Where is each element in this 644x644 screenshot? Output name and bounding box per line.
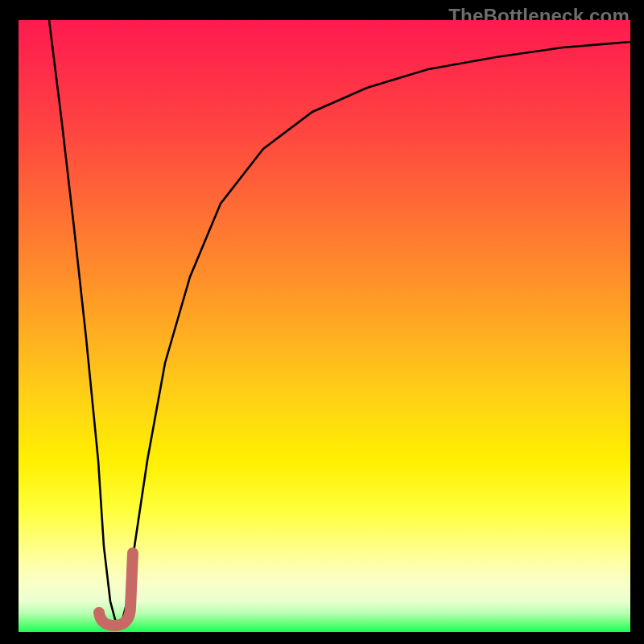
optimal-marker-j-icon — [99, 553, 133, 625]
bottleneck-curve — [49, 20, 630, 625]
chart-frame: TheBottleneck.com — [0, 0, 644, 644]
curve-layer — [19, 20, 630, 632]
heat-gradient-plot-area — [19, 20, 630, 632]
